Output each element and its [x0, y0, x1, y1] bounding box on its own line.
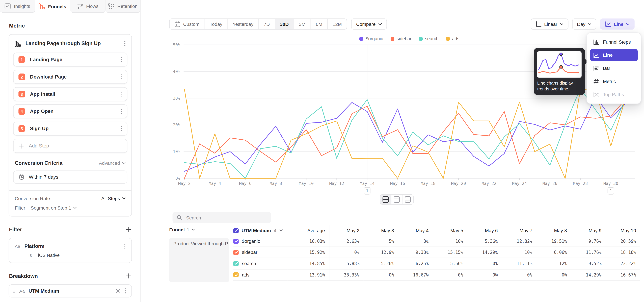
annotation-badge[interactable]: 1 — [608, 188, 614, 194]
add-filter-button[interactable] — [126, 227, 132, 232]
add-breakdown-button[interactable] — [126, 273, 132, 279]
table-row-name[interactable]: $organic — [233, 236, 288, 247]
funnel-step-5[interactable]: 5 Sign Up — [13, 122, 127, 136]
layout-table-focus-toggle[interactable] — [402, 195, 413, 204]
breakdown-card[interactable]: Aa UTM Medium — [8, 284, 132, 298]
search-input[interactable] — [185, 215, 267, 220]
kebab-menu-icon[interactable] — [120, 108, 123, 115]
table-cell: 0% — [536, 269, 571, 280]
compare-button[interactable]: Compare — [351, 18, 386, 30]
metric-card: Landing Page through Sign Up 1 Landing P… — [8, 34, 132, 216]
remove-breakdown-icon[interactable] — [116, 289, 120, 293]
chart-type-button[interactable]: Line — [600, 18, 634, 30]
funnel-column-header[interactable]: Funnel 1 — [169, 227, 195, 232]
menu-item-line[interactable]: Line — [590, 49, 638, 61]
range-today[interactable]: Today — [205, 19, 228, 29]
table-cell: 9.52% — [571, 258, 606, 270]
table-cell: 15.15% — [433, 247, 467, 258]
table-row-name[interactable]: sidebar — [233, 247, 288, 258]
annotation-badge[interactable]: 1 — [364, 188, 370, 194]
column-header-may-7[interactable]: May 7 — [502, 225, 536, 236]
column-header-may-2[interactable]: May 2 — [329, 225, 364, 236]
funnel-step-3[interactable]: 3 App Install — [13, 87, 127, 101]
search-icon — [176, 215, 182, 220]
tab-flows[interactable]: Flows — [70, 0, 105, 13]
range-label: 12M — [332, 22, 342, 26]
chevron-down-icon — [191, 228, 195, 231]
column-header-may-6[interactable]: May 6 — [467, 225, 502, 236]
range-6m[interactable]: 6M — [311, 19, 328, 29]
metric-heading: Metric — [9, 23, 132, 29]
calendar-icon — [174, 21, 180, 27]
row-checkbox[interactable] — [233, 272, 239, 278]
funnel-steps-icon — [593, 39, 599, 45]
filter-card[interactable]: Aa Platform Is iOS Native — [8, 238, 132, 263]
all-steps-dropdown[interactable]: All Steps — [101, 196, 126, 201]
funnel-step-1[interactable]: 1 Landing Page — [13, 52, 127, 66]
funnel-group-cell[interactable]: Product Viewed through P... — [169, 238, 229, 282]
legend-item[interactable]: $organic — [360, 36, 383, 41]
chart-type-tooltip: Line charts display trends over time. — [534, 48, 585, 95]
svg-text:May 8: May 8 — [270, 181, 282, 186]
kebab-menu-icon[interactable] — [120, 90, 123, 98]
range-3m[interactable]: 3M — [294, 19, 311, 29]
legend-label: search — [425, 36, 438, 41]
funnel-step-4[interactable]: 4 App Open — [13, 104, 127, 118]
granularity-button[interactable]: Day — [572, 18, 596, 30]
layout-split-equal-toggle[interactable] — [380, 195, 392, 204]
svg-text:0%: 0% — [176, 176, 180, 181]
scale-button[interactable]: Linear — [531, 18, 568, 30]
kebab-menu-icon[interactable] — [120, 73, 123, 80]
range-yesterday[interactable]: Yesterday — [228, 19, 259, 29]
drag-handle-icon[interactable] — [12, 289, 16, 293]
kebab-menu-icon[interactable] — [124, 287, 128, 294]
kebab-menu-icon[interactable] — [120, 56, 123, 63]
table-row-name[interactable]: ads — [233, 269, 288, 280]
column-header-may-8[interactable]: May 8 — [536, 225, 571, 236]
range-12m[interactable]: 12M — [328, 19, 347, 29]
menu-item-metric[interactable]: Metric — [590, 75, 638, 88]
filter-heading-label: Filter — [9, 226, 22, 232]
range-30d[interactable]: 30D — [275, 19, 294, 29]
select-all-checkbox[interactable] — [233, 228, 239, 233]
range-7d[interactable]: 7D — [259, 19, 275, 29]
legend-item[interactable]: sidebar — [390, 36, 412, 41]
table-row-name[interactable]: search — [233, 258, 288, 270]
legend-item[interactable]: search — [419, 36, 438, 41]
svg-text:May 16: May 16 — [390, 181, 405, 186]
column-header-average[interactable]: Average — [288, 225, 329, 236]
legend-label: sidebar — [397, 36, 412, 41]
advanced-dropdown[interactable]: Advanced — [99, 161, 126, 166]
range-label: 7D — [264, 22, 270, 26]
svg-text:May 18: May 18 — [420, 181, 435, 186]
row-checkbox[interactable] — [233, 238, 239, 244]
svg-text:May 20: May 20 — [451, 181, 466, 186]
column-header-may-5[interactable]: May 5 — [433, 225, 467, 236]
tab-insights[interactable]: Insights — [0, 0, 35, 13]
row-checkbox[interactable] — [233, 261, 239, 266]
column-header-may-10[interactable]: May 10 — [606, 225, 640, 236]
range-custom[interactable]: Custom — [170, 19, 205, 29]
funnel-step-2[interactable]: 2 Download Page — [13, 70, 127, 84]
tab-retention[interactable]: Retention — [105, 0, 140, 13]
kebab-menu-icon[interactable] — [123, 242, 126, 250]
menu-item-bar[interactable]: Bar — [590, 62, 638, 74]
kebab-menu-icon[interactable] — [123, 40, 126, 47]
row-checkbox[interactable] — [233, 250, 239, 255]
column-header-may-4[interactable]: May 4 — [398, 225, 433, 236]
kebab-menu-icon[interactable] — [120, 125, 123, 132]
tab-funnels[interactable]: Funnels — [35, 0, 70, 13]
funnel-metric-header[interactable]: Landing Page through Sign Up — [9, 34, 132, 50]
filter-segment-dropdown[interactable]: Filter + Segment on Step 1 — [15, 205, 126, 210]
column-header-may-9[interactable]: May 9 — [571, 225, 606, 236]
menu-item-funnel-steps[interactable]: Funnel Steps — [590, 36, 638, 48]
legend-item[interactable]: ads — [446, 36, 459, 41]
conversion-window-control[interactable]: Within 7 days — [13, 170, 127, 184]
layout-chart-focus-toggle[interactable] — [392, 195, 402, 204]
column-header-may-3[interactable]: May 3 — [364, 225, 398, 236]
advanced-label: Advanced — [99, 161, 120, 166]
breakdown-column-header[interactable]: UTM Medium 4 — [233, 225, 288, 236]
filter-condition[interactable]: Is iOS Native — [28, 253, 126, 258]
add-step-button[interactable]: Add Step — [13, 139, 127, 153]
layout-table-focus-icon — [404, 196, 411, 203]
